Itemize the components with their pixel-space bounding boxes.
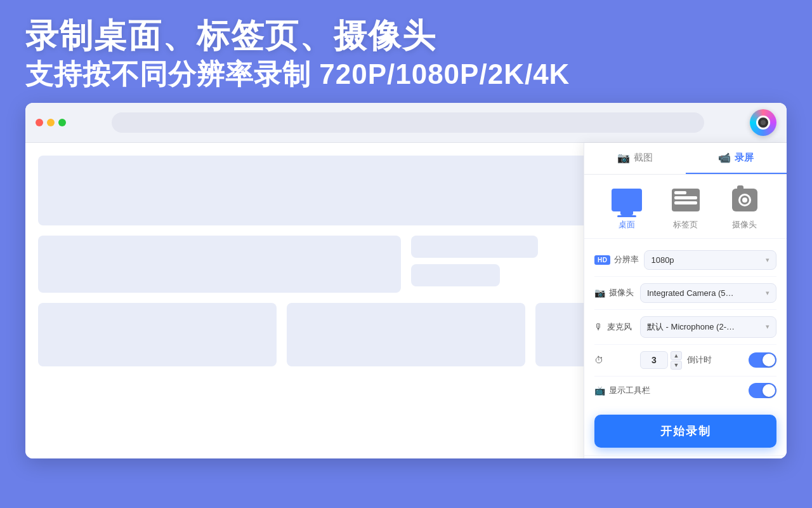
toolbar-label: 显示工具栏 [609,385,650,396]
countdown-label-wrap: ⏱ [594,355,635,365]
countdown-up-arrow[interactable]: ▲ [671,351,682,360]
minimize-button[interactable] [47,119,55,126]
mode-desktop[interactable]: 桌面 [610,186,643,231]
address-bar[interactable] [112,112,704,133]
microphone-label: 麦克风 [607,321,632,333]
tab-line-full [674,196,697,199]
mode-tab[interactable]: 标签页 [669,186,702,231]
extension-icon[interactable] [750,109,776,136]
camera-label-wrap: 📷 摄像头 [594,287,635,298]
tab-record[interactable]: 📹 录屏 [686,143,787,174]
camera-select[interactable]: Integrated Camera (5… ▾ [640,283,776,303]
maximize-button[interactable] [58,119,66,126]
desktop-mode-label: 桌面 [619,219,635,231]
resolution-value: 1080p [651,255,763,265]
skeleton-card-2 [38,303,277,366]
microphone-label-wrap: 🎙 麦克风 [594,321,635,333]
hero-section: 录制桌面、标签页、摄像头 支持按不同分辨率录制 720P/1080P/2K/4K [0,0,812,103]
tab-mode-icon [672,189,700,211]
camera-icon [756,116,770,130]
microphone-row: 🎙 麦克风 默认 - Microphone (2-… ▾ [594,310,776,345]
desktop-mode-icon [612,189,642,211]
countdown-toggle[interactable] [749,352,776,368]
toolbar-row: 📺 显示工具栏 [594,377,776,404]
desktop-mode-icon-wrap [610,186,643,214]
microphone-chevron-icon: ▾ [766,323,769,331]
resolution-select[interactable]: 1080p ▾ [644,250,776,270]
countdown-number-wrap: 3 ▲ ▼ 倒计时 [640,351,743,370]
record-tab-icon: 📹 [718,152,731,164]
toolbar-label-wrap: 📺 显示工具栏 [594,385,743,396]
microphone-value: 默认 - Microphone (2-… [647,321,763,333]
window-controls [36,119,66,126]
countdown-value[interactable]: 3 [640,351,668,369]
camera-mode-label: 摄像头 [732,219,757,231]
panel-tab-bar: 📷 截图 📹 录屏 [584,143,787,175]
countdown-down-arrow[interactable]: ▼ [671,361,682,370]
resolution-chevron-icon: ▾ [766,256,769,264]
resolution-label: 分辨率 [614,254,639,265]
camera-setting-icon: 📷 [594,288,605,298]
tab-screenshot[interactable]: 📷 截图 [584,143,686,174]
microphone-select[interactable]: 默认 - Microphone (2-… ▾ [640,316,776,338]
microphone-setting-icon: 🎙 [594,322,603,332]
camera-label: 摄像头 [609,287,634,298]
recording-panel: 📷 截图 📹 录屏 桌面 [584,143,787,458]
settings-section: HD 分辨率 1080p ▾ 📷 摄像头 Integrated C [584,239,787,410]
camera-chevron-icon: ▾ [766,289,769,297]
close-button[interactable] [36,119,43,126]
screenshot-tab-label: 截图 [634,152,653,164]
record-tab-label: 录屏 [735,152,754,164]
tab-line-short [674,191,687,194]
countdown-stepper-arrows: ▲ ▼ [671,351,682,370]
mode-camera[interactable]: 摄像头 [728,186,761,231]
camera-value: Integrated Camera (5… [647,288,763,298]
camera-bump [737,185,743,189]
skeleton-card-1 [38,236,401,293]
countdown-icon: ⏱ [594,355,603,365]
toolbar-toggle[interactable] [749,383,776,398]
camera-mode-icon [732,189,757,211]
skeleton-text-2 [411,264,500,286]
tab-mode-label: 标签页 [673,219,698,231]
hd-badge: HD [594,255,610,265]
panel-footer: ★ 五星好评 💬 联系我们 ⚙ [584,455,787,458]
browser-window: 📷 截图 📹 录屏 桌面 [25,103,787,458]
hero-title-line2: 支持按不同分辨率录制 720P/1080P/2K/4K [25,59,787,90]
camera-lens [738,194,751,206]
resolution-label-wrap: HD 分辨率 [594,254,639,265]
countdown-row: ⏱ 3 ▲ ▼ 倒计时 [594,345,776,377]
toolbar-icon: 📺 [594,385,605,396]
skeleton-text-1 [411,236,538,258]
browser-toolbar [25,103,787,143]
countdown-toggle-wrap [749,352,776,368]
browser-content: 📷 截图 📹 录屏 桌面 [25,143,787,458]
camera-row: 📷 摄像头 Integrated Camera (5… ▾ [594,277,776,310]
tab-mode-icon-wrap [669,186,702,214]
start-recording-button[interactable]: 开始录制 [594,415,776,448]
resolution-row: HD 分辨率 1080p ▾ [594,244,776,277]
screenshot-tab-icon: 📷 [617,152,630,164]
countdown-label: 倒计时 [687,354,712,366]
mode-section: 桌面 标签页 [584,175,787,239]
skeleton-card-3 [287,303,525,366]
hero-title-line1: 录制桌面、标签页、摄像头 [25,18,787,54]
camera-mode-icon-wrap [728,186,761,214]
tab-line-full-2 [674,201,697,204]
